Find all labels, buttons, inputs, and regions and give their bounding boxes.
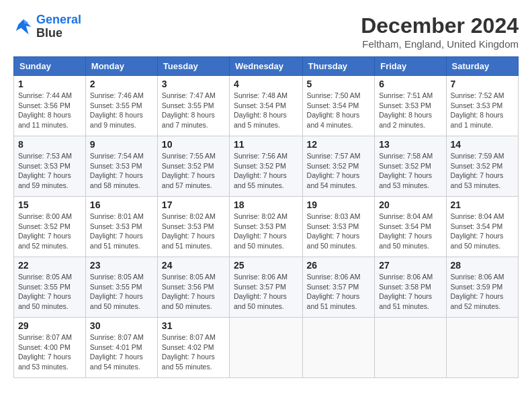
calendar-week-row: 29Sunrise: 8:07 AMSunset: 4:00 PMDayligh… xyxy=(14,318,519,378)
calendar-cell: 31Sunrise: 8:07 AMSunset: 4:02 PMDayligh… xyxy=(157,318,229,378)
title-block: December 2024 Feltham, England, United K… xyxy=(361,13,519,50)
day-number: 20 xyxy=(379,199,441,210)
weekday-header: Sunday xyxy=(14,57,86,76)
calendar-cell: 13Sunrise: 7:58 AMSunset: 3:52 PMDayligh… xyxy=(375,136,446,197)
calendar-cell: 15Sunrise: 8:00 AMSunset: 3:52 PMDayligh… xyxy=(14,197,86,257)
day-number: 2 xyxy=(90,79,153,89)
calendar-cell xyxy=(446,318,518,378)
logo: General Blue xyxy=(13,13,81,40)
calendar-cell: 28Sunrise: 8:06 AMSunset: 3:59 PMDayligh… xyxy=(446,257,518,318)
location: Feltham, England, United Kingdom xyxy=(361,38,519,50)
day-number: 30 xyxy=(90,320,153,331)
day-number: 7 xyxy=(451,79,514,89)
day-number: 11 xyxy=(234,139,298,150)
day-number: 19 xyxy=(307,199,371,210)
calendar-cell: 26Sunrise: 8:06 AMSunset: 3:57 PMDayligh… xyxy=(302,257,375,318)
calendar-cell: 6Sunrise: 7:51 AMSunset: 3:53 PMDaylight… xyxy=(375,76,446,136)
calendar-cell xyxy=(302,318,375,378)
calendar-header-row: SundayMondayTuesdayWednesdayThursdayFrid… xyxy=(14,57,519,76)
calendar-body: 1Sunrise: 7:44 AMSunset: 3:56 PMDaylight… xyxy=(14,76,519,378)
weekday-header: Thursday xyxy=(302,57,375,76)
calendar-cell: 27Sunrise: 8:06 AMSunset: 3:58 PMDayligh… xyxy=(375,257,446,318)
calendar-cell: 12Sunrise: 7:57 AMSunset: 3:52 PMDayligh… xyxy=(302,136,375,197)
day-number: 21 xyxy=(451,199,514,210)
day-number: 8 xyxy=(18,139,81,150)
day-number: 14 xyxy=(451,139,514,150)
day-number: 9 xyxy=(90,139,153,150)
day-info: Sunrise: 7:56 AMSunset: 3:52 PMDaylight:… xyxy=(234,151,298,191)
weekday-header: Monday xyxy=(85,57,157,76)
calendar-cell: 30Sunrise: 8:07 AMSunset: 4:01 PMDayligh… xyxy=(85,318,157,378)
calendar-cell: 14Sunrise: 7:59 AMSunset: 3:52 PMDayligh… xyxy=(446,136,518,197)
calendar-week-row: 8Sunrise: 7:53 AMSunset: 3:53 PMDaylight… xyxy=(14,136,519,197)
calendar-cell xyxy=(230,318,303,378)
day-number: 31 xyxy=(162,320,225,331)
calendar-cell: 20Sunrise: 8:04 AMSunset: 3:54 PMDayligh… xyxy=(375,197,446,257)
month-title: December 2024 xyxy=(361,13,519,38)
calendar-cell: 16Sunrise: 8:01 AMSunset: 3:53 PMDayligh… xyxy=(85,197,157,257)
day-number: 6 xyxy=(379,79,441,89)
day-info: Sunrise: 8:01 AMSunset: 3:53 PMDaylight:… xyxy=(90,212,153,251)
day-number: 4 xyxy=(234,79,298,89)
day-info: Sunrise: 8:05 AMSunset: 3:55 PMDaylight:… xyxy=(18,272,81,312)
weekday-header: Tuesday xyxy=(157,57,229,76)
day-number: 27 xyxy=(379,260,441,271)
logo-text: General Blue xyxy=(36,13,81,40)
day-info: Sunrise: 7:52 AMSunset: 3:53 PMDaylight:… xyxy=(451,91,514,130)
weekday-header: Wednesday xyxy=(230,57,303,76)
day-number: 15 xyxy=(18,199,81,210)
day-info: Sunrise: 8:07 AMSunset: 4:02 PMDaylight:… xyxy=(162,332,225,372)
day-info: Sunrise: 8:06 AMSunset: 3:58 PMDaylight:… xyxy=(379,272,441,312)
day-info: Sunrise: 8:07 AMSunset: 4:01 PMDaylight:… xyxy=(90,332,153,372)
day-info: Sunrise: 8:05 AMSunset: 3:55 PMDaylight:… xyxy=(90,272,153,312)
weekday-header: Saturday xyxy=(446,57,518,76)
day-number: 18 xyxy=(234,199,298,210)
calendar-cell: 10Sunrise: 7:55 AMSunset: 3:52 PMDayligh… xyxy=(157,136,229,197)
calendar-cell: 29Sunrise: 8:07 AMSunset: 4:00 PMDayligh… xyxy=(14,318,86,378)
day-info: Sunrise: 7:55 AMSunset: 3:52 PMDaylight:… xyxy=(162,151,225,191)
weekday-header: Friday xyxy=(375,57,446,76)
calendar-cell: 19Sunrise: 8:03 AMSunset: 3:53 PMDayligh… xyxy=(302,197,375,257)
calendar-cell: 18Sunrise: 8:02 AMSunset: 3:53 PMDayligh… xyxy=(230,197,303,257)
calendar-cell: 9Sunrise: 7:54 AMSunset: 3:53 PMDaylight… xyxy=(85,136,157,197)
day-info: Sunrise: 8:07 AMSunset: 4:00 PMDaylight:… xyxy=(18,332,81,372)
svg-marker-0 xyxy=(16,19,32,35)
day-number: 5 xyxy=(307,79,371,89)
day-info: Sunrise: 8:04 AMSunset: 3:54 PMDaylight:… xyxy=(379,212,441,251)
calendar-cell: 3Sunrise: 7:47 AMSunset: 3:55 PMDaylight… xyxy=(157,76,229,136)
calendar-week-row: 1Sunrise: 7:44 AMSunset: 3:56 PMDaylight… xyxy=(14,76,519,136)
calendar-cell: 5Sunrise: 7:50 AMSunset: 3:54 PMDaylight… xyxy=(302,76,375,136)
calendar-cell: 11Sunrise: 7:56 AMSunset: 3:52 PMDayligh… xyxy=(230,136,303,197)
page-header: General Blue December 2024 Feltham, Engl… xyxy=(13,13,519,50)
logo-icon xyxy=(13,17,34,37)
day-number: 29 xyxy=(18,320,81,331)
day-info: Sunrise: 7:58 AMSunset: 3:52 PMDaylight:… xyxy=(379,151,441,191)
day-number: 28 xyxy=(451,260,514,271)
calendar-week-row: 15Sunrise: 8:00 AMSunset: 3:52 PMDayligh… xyxy=(14,197,519,257)
calendar-cell: 7Sunrise: 7:52 AMSunset: 3:53 PMDaylight… xyxy=(446,76,518,136)
calendar-table: SundayMondayTuesdayWednesdayThursdayFrid… xyxy=(13,56,519,378)
day-number: 17 xyxy=(162,199,225,210)
calendar-cell: 8Sunrise: 7:53 AMSunset: 3:53 PMDaylight… xyxy=(14,136,86,197)
day-info: Sunrise: 8:03 AMSunset: 3:53 PMDaylight:… xyxy=(307,212,371,251)
day-info: Sunrise: 8:04 AMSunset: 3:54 PMDaylight:… xyxy=(451,212,514,251)
day-info: Sunrise: 8:02 AMSunset: 3:53 PMDaylight:… xyxy=(162,212,225,251)
day-info: Sunrise: 7:46 AMSunset: 3:55 PMDaylight:… xyxy=(90,91,153,130)
calendar-cell: 24Sunrise: 8:05 AMSunset: 3:56 PMDayligh… xyxy=(157,257,229,318)
day-info: Sunrise: 8:06 AMSunset: 3:57 PMDaylight:… xyxy=(234,272,298,312)
day-info: Sunrise: 7:59 AMSunset: 3:52 PMDaylight:… xyxy=(451,151,514,191)
calendar-week-row: 22Sunrise: 8:05 AMSunset: 3:55 PMDayligh… xyxy=(14,257,519,318)
calendar-cell: 4Sunrise: 7:48 AMSunset: 3:54 PMDaylight… xyxy=(230,76,303,136)
day-info: Sunrise: 8:05 AMSunset: 3:56 PMDaylight:… xyxy=(162,272,225,312)
calendar-cell: 2Sunrise: 7:46 AMSunset: 3:55 PMDaylight… xyxy=(85,76,157,136)
day-number: 10 xyxy=(162,139,225,150)
day-number: 1 xyxy=(18,79,81,89)
day-number: 26 xyxy=(307,260,371,271)
calendar-cell: 1Sunrise: 7:44 AMSunset: 3:56 PMDaylight… xyxy=(14,76,86,136)
calendar-cell: 17Sunrise: 8:02 AMSunset: 3:53 PMDayligh… xyxy=(157,197,229,257)
day-number: 25 xyxy=(234,260,298,271)
day-number: 13 xyxy=(379,139,441,150)
day-number: 12 xyxy=(307,139,371,150)
day-info: Sunrise: 8:02 AMSunset: 3:53 PMDaylight:… xyxy=(234,212,298,251)
day-number: 16 xyxy=(90,199,153,210)
